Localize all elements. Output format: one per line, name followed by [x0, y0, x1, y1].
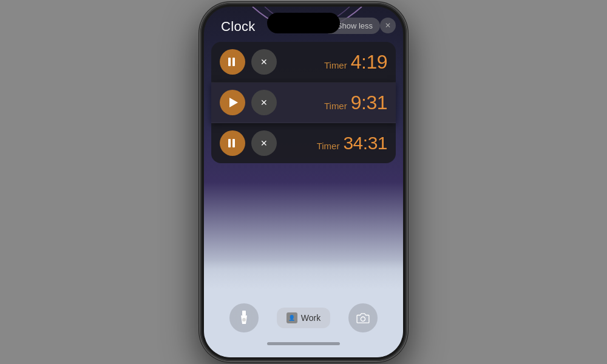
timer-time-1: 4:19: [351, 51, 387, 73]
bottom-controls: 👤 Work: [204, 303, 403, 332]
timer-display-3: Timer 34:31: [283, 133, 387, 153]
timer-row: ✕ Timer 34:31: [211, 123, 396, 163]
svg-rect-0: [242, 311, 246, 315]
timer-time-3: 34:31: [343, 133, 387, 153]
pause-button-3[interactable]: [220, 130, 245, 156]
close-icon: ✕: [260, 139, 268, 147]
clock-title: Clock: [221, 19, 256, 35]
pause-icon: [228, 58, 237, 66]
svg-point-2: [242, 318, 246, 322]
timer-label-1: Timer: [324, 60, 347, 70]
timer-row: ✕ Timer 9:31: [211, 83, 396, 123]
cancel-button-1[interactable]: ✕: [251, 49, 277, 75]
play-icon: [229, 98, 238, 107]
timer-row: ✕ Timer 4:19: [211, 42, 396, 83]
camera-button[interactable]: [348, 303, 378, 332]
work-button[interactable]: 👤 Work: [277, 308, 330, 328]
close-button[interactable]: ✕: [380, 18, 396, 33]
timers-container: ✕ Timer 4:19 ✕ Timer: [211, 42, 396, 163]
flashlight-icon: [239, 311, 249, 325]
timer-label-2: Timer: [324, 101, 347, 111]
cancel-button-3[interactable]: ✕: [251, 130, 277, 156]
close-icon: ✕: [385, 21, 391, 30]
camera-icon: [356, 312, 370, 323]
timer-time-2: 9:31: [351, 92, 387, 114]
close-icon: ✕: [260, 98, 268, 107]
pause-icon: [228, 139, 237, 147]
cancel-button-2[interactable]: ✕: [251, 90, 277, 115]
phone-screen: Clock ⌄ Show less ✕: [204, 7, 403, 357]
bottom-section: 👤 Work: [204, 260, 403, 357]
show-less-label: Show less: [337, 21, 373, 30]
work-label: Work: [301, 313, 320, 323]
timer-label-3: Timer: [317, 141, 340, 151]
timer-display-1: Timer 4:19: [283, 51, 387, 73]
work-icon: 👤: [287, 312, 297, 323]
close-icon: ✕: [260, 58, 268, 66]
pause-button-1[interactable]: [220, 49, 245, 75]
timer-display-2: Timer 9:31: [283, 92, 387, 114]
dynamic-island: [267, 13, 340, 33]
phone-frame: Clock ⌄ Show less ✕: [200, 3, 407, 361]
play-button-2[interactable]: [220, 90, 245, 115]
svg-point-3: [361, 317, 365, 321]
phone-wrapper: Clock ⌄ Show less ✕: [200, 3, 407, 361]
home-indicator: [267, 342, 340, 345]
flashlight-button[interactable]: [229, 303, 259, 332]
